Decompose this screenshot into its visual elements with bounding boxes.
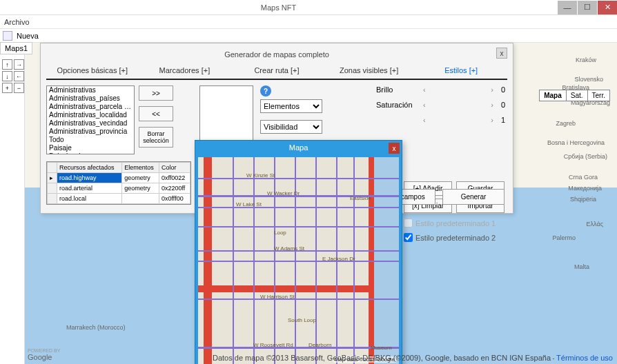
table-row[interactable]: road.arterial geometry 0x2200ff bbox=[48, 183, 190, 194]
table-row[interactable]: road.local 0x0fff00 bbox=[48, 194, 190, 204]
country-makedonija: Македонија bbox=[568, 185, 602, 192]
country-srbija: Србија (Serbia) bbox=[564, 153, 607, 160]
visibility-select[interactable]: Visibilidad bbox=[260, 120, 322, 134]
window-titlebar: Maps NFT — ☐ ✕ bbox=[0, 0, 617, 15]
table-row[interactable]: ▸ road.highway geometry 0xff0022 bbox=[48, 173, 190, 183]
saturation-value: 0 bbox=[499, 101, 507, 109]
arrow-left-button[interactable]: ← bbox=[14, 71, 24, 81]
country-shqiperia: Shqipëria bbox=[570, 196, 596, 203]
preview-title: Mapa bbox=[289, 143, 308, 152]
map-type-sat[interactable]: Sat. bbox=[566, 90, 587, 101]
saturation-increase[interactable]: › bbox=[491, 101, 493, 109]
dialog-title: Generador de mapas completo bbox=[224, 50, 329, 59]
move-left-button[interactable]: << bbox=[139, 106, 173, 121]
country-ellada: Ελλάς bbox=[587, 221, 603, 228]
list-item[interactable]: Administrativas_vecindad bbox=[47, 119, 134, 128]
menu-file[interactable]: Archivo bbox=[4, 18, 30, 26]
menubar: Archivo bbox=[0, 15, 617, 29]
list-item[interactable]: Administrativas_parcela tierra bbox=[47, 103, 134, 111]
document-tab[interactable]: Maps1 bbox=[0, 42, 32, 54]
list-item[interactable]: Administrativas_países bbox=[47, 94, 134, 103]
preset1-checkbox bbox=[404, 219, 413, 228]
grid-header-elements: Elementos bbox=[122, 163, 159, 173]
preview-close-button[interactable]: x bbox=[389, 143, 400, 154]
brightness-decrease[interactable]: ‹ bbox=[423, 85, 426, 94]
elements-select[interactable]: Elementos bbox=[260, 99, 322, 113]
preset1-row: Estilo predeterminado 1 bbox=[404, 219, 505, 228]
map-type-controls: Mapa Sat. Terr. bbox=[539, 90, 610, 101]
move-right-button[interactable]: >> bbox=[139, 85, 173, 101]
map-attribution: Datos de mapa ©2013 Basarsoft, GeoBasis-… bbox=[213, 354, 613, 362]
arrow-up-button[interactable]: ↑ bbox=[2, 59, 12, 70]
list-item[interactable]: Administrativas_localidad bbox=[47, 111, 134, 119]
side-panel: Maps1 ↑ → ↓ ← + − bbox=[0, 43, 25, 364]
map-preview-window: Mapa x W Kinzie St W Wacker Dr W bbox=[195, 140, 402, 364]
minimize-button[interactable]: — bbox=[558, 1, 577, 14]
terms-link[interactable]: Términos de uso bbox=[556, 354, 613, 362]
tab-basic[interactable]: Opciones básicas [+] bbox=[46, 63, 139, 79]
tab-zones[interactable]: Zonas visibles [+] bbox=[323, 63, 415, 79]
tab-styles[interactable]: Estilos [+] bbox=[415, 63, 507, 79]
maximize-button[interactable]: ☐ bbox=[578, 1, 597, 14]
country-malta: Malta bbox=[574, 263, 589, 270]
tab-markers[interactable]: Marcadores [+] bbox=[139, 63, 231, 79]
list-item[interactable]: Paisaje bbox=[47, 144, 134, 152]
saturation-decrease[interactable]: ‹ bbox=[423, 101, 426, 109]
map-type-ter[interactable]: Terr. bbox=[587, 90, 609, 101]
arrow-down-button[interactable]: ↓ bbox=[2, 71, 12, 81]
zoom-out-button[interactable]: − bbox=[14, 83, 24, 93]
country-marrakech: Marrakech (Morocco) bbox=[66, 324, 126, 331]
tab-route[interactable]: Crear ruta [+] bbox=[231, 63, 323, 79]
dialog-tabs: Opciones básicas [+] Marcadores [+] Crea… bbox=[46, 63, 507, 80]
list-item[interactable]: Administrativas bbox=[47, 86, 134, 94]
list-item[interactable]: Paisajes_humanos bbox=[47, 152, 134, 154]
brightness-label: Brillo bbox=[376, 85, 418, 94]
google-logo: POWERED BY Google bbox=[28, 348, 60, 361]
window-title: Maps NFT bbox=[0, 3, 557, 12]
zoom-in-button[interactable]: + bbox=[2, 83, 12, 93]
preset2-checkbox[interactable] bbox=[404, 233, 413, 242]
saturation-label: Saturación bbox=[376, 101, 418, 109]
list-item[interactable]: Administrativas_provincia bbox=[47, 128, 134, 136]
third-value: 1 bbox=[499, 116, 507, 124]
grid-header-color: Color bbox=[159, 163, 190, 173]
map-type-map[interactable]: Mapa bbox=[540, 90, 566, 101]
country-zagreb: Zagreb bbox=[556, 120, 576, 127]
brightness-increase[interactable]: › bbox=[491, 85, 493, 94]
country-slovensko: Slovensko bbox=[574, 76, 603, 83]
clear-selection-button[interactable]: Borrar selección bbox=[139, 127, 173, 148]
generate-button[interactable]: Generar bbox=[442, 189, 505, 205]
dialog-close-button[interactable]: x bbox=[496, 48, 507, 59]
preview-map[interactable]: W Kinzie St W Wacker Dr W Lake St Eastsi… bbox=[198, 157, 399, 364]
country-palermo: Palermo bbox=[552, 234, 576, 241]
new-icon[interactable] bbox=[3, 31, 12, 41]
brightness-value: 0 bbox=[499, 85, 507, 94]
window-close-button[interactable]: ✕ bbox=[598, 1, 617, 14]
arrow-right-button[interactable]: → bbox=[14, 59, 24, 70]
preset2-row[interactable]: Estilo predeterminado 2 bbox=[404, 233, 505, 242]
country-crnagora: Crna Gora bbox=[569, 174, 598, 181]
toolbar-new-label[interactable]: Nueva bbox=[17, 32, 39, 40]
features-listbox[interactable]: Administrativas Administrativas_países A… bbox=[46, 85, 135, 154]
country-krakow: Kraków bbox=[576, 57, 596, 63]
styles-grid[interactable]: Recursos afectados Elementos Color ▸ roa… bbox=[46, 161, 191, 205]
help-icon[interactable]: ? bbox=[260, 85, 271, 97]
toolbar: Nueva bbox=[0, 29, 617, 43]
grid-header-resources: Recursos afectados bbox=[57, 163, 122, 173]
country-bosna: Bosna i Hercegovina bbox=[547, 139, 605, 146]
list-item[interactable]: Todo bbox=[47, 136, 134, 144]
